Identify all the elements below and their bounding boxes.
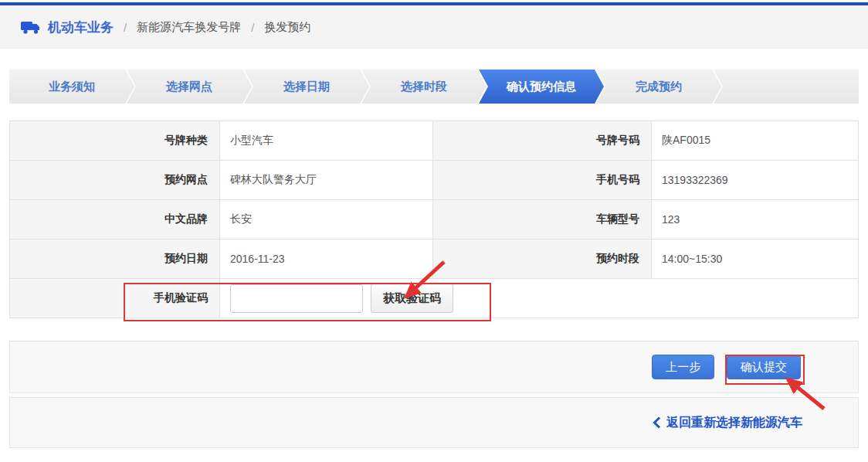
field-value-phone: 13193322369: [652, 161, 859, 200]
field-value-site: 碑林大队警务大厅: [220, 161, 433, 200]
breadcrumb-item-service[interactable]: 新能源汽车换发号牌: [137, 20, 241, 35]
truck-icon: [21, 19, 41, 35]
step-select-site: 选择网点: [127, 70, 252, 104]
table-row: 预约日期 2016-11-23 预约时段 14:00~15:30: [10, 239, 859, 279]
captcha-input[interactable]: [230, 284, 363, 313]
field-label-site: 预约网点: [10, 161, 220, 200]
get-captcha-button[interactable]: 获取验证码: [371, 284, 453, 313]
table-row: 号牌种类 小型汽车 号牌号码 陕AF0015: [10, 121, 859, 161]
field-label-model: 车辆型号: [433, 200, 652, 239]
confirm-submit-button[interactable]: 确认提交: [727, 355, 801, 379]
table-row: 中文品牌 长安 车辆型号 123: [10, 200, 859, 239]
field-value-timeslot: 14:00~15:30: [652, 239, 859, 279]
chevron-left-icon: [653, 416, 661, 429]
breadcrumb-root[interactable]: 机动车业务: [48, 19, 114, 36]
field-value-brand: 长安: [220, 200, 433, 239]
field-label-phone: 手机号码: [433, 161, 652, 200]
breadcrumb-separator: /: [251, 21, 254, 34]
table-row: 预约网点 碑林大队警务大厅 手机号码 13193322369: [10, 161, 859, 200]
field-value-plate-number: 陕AF0015: [652, 121, 859, 161]
step-select-date: 选择日期: [244, 70, 369, 104]
step-confirm-info-active: 确认预约信息: [479, 70, 604, 104]
step-bar-filler: [714, 70, 859, 104]
field-value-model: 123: [652, 200, 859, 239]
action-bar: 上一步 确认提交: [9, 341, 859, 393]
step-select-time: 选择时段: [361, 70, 487, 104]
breadcrumb: 机动车业务 / 新能源汽车换发号牌 / 换发预约: [0, 5, 868, 49]
field-label-plate-type: 号牌种类: [10, 121, 220, 161]
field-value-plate-type: 小型汽车: [220, 121, 433, 161]
progress-steps: 业务须知 选择网点 选择日期 选择时段 确认预约信息 完成预约: [9, 70, 859, 104]
step-finish: 完成预约: [596, 70, 721, 104]
breadcrumb-separator: /: [124, 21, 127, 34]
footer-bar: 返回重新选择新能源汽车: [9, 397, 859, 448]
table-row-captcha: 手机验证码 获取验证码: [10, 279, 859, 318]
step-notice: 业务须知: [9, 70, 134, 104]
field-label-brand: 中文品牌: [10, 200, 220, 239]
reservation-info-table: 号牌种类 小型汽车 号牌号码 陕AF0015 预约网点 碑林大队警务大厅 手机号…: [9, 121, 859, 318]
field-label-timeslot: 预约时段: [433, 239, 652, 279]
field-label-date: 预约日期: [10, 239, 220, 279]
field-label-captcha: 手机验证码: [10, 279, 220, 318]
back-link-label: 返回重新选择新能源汽车: [666, 415, 802, 431]
back-to-vehicle-select-link[interactable]: 返回重新选择新能源汽车: [653, 415, 802, 431]
previous-step-button[interactable]: 上一步: [652, 355, 714, 379]
breadcrumb-item-current: 换发预约: [264, 20, 310, 35]
field-value-date: 2016-11-23: [220, 239, 433, 279]
page: 机动车业务 / 新能源汽车换发号牌 / 换发预约 业务须知 选择网点 选择日期 …: [0, 0, 868, 462]
field-label-plate-number: 号牌号码: [433, 121, 652, 161]
